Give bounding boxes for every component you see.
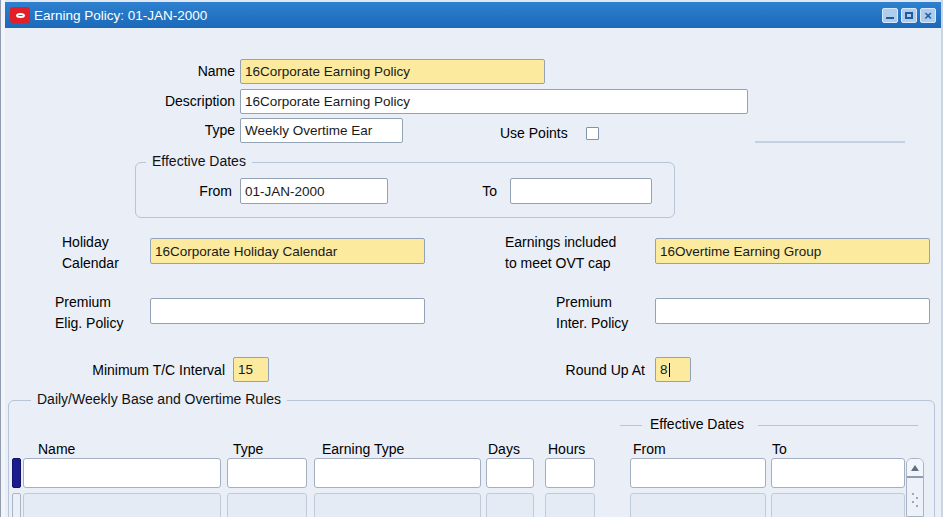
title-bar[interactable]: Earning Policy: 01-JAN-2000 × xyxy=(5,2,941,28)
disabled-field-underline xyxy=(755,141,905,143)
restore-button[interactable] xyxy=(901,8,917,23)
close-button[interactable]: × xyxy=(920,8,936,23)
holiday-calendar-label-line1: Holiday xyxy=(62,232,119,253)
to-date-field[interactable] xyxy=(510,178,652,204)
rule-row1-from-field[interactable] xyxy=(630,458,766,488)
col-header-type: Type xyxy=(233,441,263,458)
rules-group-title: Daily/Weekly Base and Overtime Rules xyxy=(31,391,287,407)
use-points-label: Use Points xyxy=(500,125,568,142)
effective-dates-rule-right xyxy=(758,425,918,426)
to-label: To xyxy=(455,183,497,200)
rule-row1-hours-field[interactable] xyxy=(545,458,595,488)
name-field[interactable] xyxy=(240,59,545,84)
record-selector-next[interactable] xyxy=(12,493,21,517)
rule-row1-to-field[interactable] xyxy=(771,458,905,488)
premium-inter-policy-field[interactable] xyxy=(655,298,930,324)
earnings-included-label-line1: Earnings included xyxy=(505,232,616,253)
premium-elig-label-line1: Premium xyxy=(55,292,123,313)
col-header-hours: Hours xyxy=(548,441,585,458)
from-date-field[interactable] xyxy=(240,178,388,204)
scroll-up-button[interactable] xyxy=(907,459,923,478)
description-label: Description xyxy=(100,93,235,110)
scrollbar-grip-dot xyxy=(916,497,918,499)
name-label: Name xyxy=(100,63,235,80)
effective-dates-group-title: Effective Dates xyxy=(146,153,252,169)
window-border-left xyxy=(0,0,5,517)
round-up-at-value: 8 xyxy=(660,362,668,377)
close-icon: × xyxy=(921,8,935,23)
min-tc-interval-label: Minimum T/C Interval xyxy=(60,362,225,379)
rule-row1-earning-type-field[interactable] xyxy=(314,458,481,488)
premium-inter-label-line2: Inter. Policy xyxy=(556,313,628,334)
rules-vertical-scrollbar[interactable] xyxy=(906,458,924,517)
holiday-calendar-field[interactable] xyxy=(150,238,425,264)
min-tc-interval-field[interactable] xyxy=(233,357,269,382)
rule-row2-to-field[interactable] xyxy=(771,493,905,517)
minimize-button[interactable] xyxy=(882,8,898,23)
minimize-icon xyxy=(886,17,894,19)
rule-row1-days-field[interactable] xyxy=(486,458,534,488)
earnings-included-field[interactable] xyxy=(655,238,930,264)
text-cursor xyxy=(669,363,670,377)
rule-row1-name-field[interactable] xyxy=(23,458,221,488)
holiday-calendar-label: Holiday Calendar xyxy=(62,232,119,274)
rule-row2-name-field[interactable] xyxy=(23,493,221,517)
scrollbar-grip-dot xyxy=(912,493,914,495)
rule-row2-days-field[interactable] xyxy=(486,493,534,517)
earning-policy-window: Earning Policy: 01-JAN-2000 × Name Descr… xyxy=(0,0,943,517)
rule-row1-type-field[interactable] xyxy=(227,458,307,488)
premium-elig-policy-field[interactable] xyxy=(150,298,425,324)
round-up-at-field[interactable]: 8 xyxy=(655,357,691,382)
scrollbar-grip-dot xyxy=(912,501,914,503)
effective-dates-rule-left xyxy=(620,425,642,426)
col-header-to: To xyxy=(772,441,787,458)
description-field[interactable] xyxy=(240,89,748,114)
holiday-calendar-label-line2: Calendar xyxy=(62,253,119,274)
col-header-from: From xyxy=(633,441,666,458)
type-label: Type xyxy=(100,122,235,139)
oracle-logo-icon xyxy=(10,7,30,23)
premium-inter-label-line1: Premium xyxy=(556,292,628,313)
rules-effective-dates-header: Effective Dates xyxy=(650,416,744,433)
earnings-included-label-line2: to meet OVT cap xyxy=(505,253,616,274)
col-header-days: Days xyxy=(488,441,520,458)
from-label: From xyxy=(150,183,232,200)
use-points-checkbox[interactable] xyxy=(586,127,599,140)
scrollbar-grip-dot xyxy=(916,505,918,507)
window-title: Earning Policy: 01-JAN-2000 xyxy=(34,8,207,23)
type-field[interactable] xyxy=(240,118,403,143)
window-controls: × xyxy=(882,8,936,23)
col-header-name: Name xyxy=(38,441,75,458)
earnings-included-label: Earnings included to meet OVT cap xyxy=(505,232,616,274)
record-selector-current[interactable] xyxy=(12,458,21,488)
premium-elig-label: Premium Elig. Policy xyxy=(55,292,123,334)
round-up-at-label: Round Up At xyxy=(545,362,645,379)
rule-row2-from-field[interactable] xyxy=(630,493,766,517)
rule-row2-type-field[interactable] xyxy=(227,493,307,517)
premium-elig-label-line2: Elig. Policy xyxy=(55,313,123,334)
scroll-up-arrow-icon xyxy=(911,465,919,471)
rule-row2-earning-type-field[interactable] xyxy=(314,493,481,517)
restore-icon xyxy=(905,12,913,19)
col-header-earning-type: Earning Type xyxy=(322,441,404,458)
rule-row2-hours-field[interactable] xyxy=(545,493,595,517)
premium-inter-label: Premium Inter. Policy xyxy=(556,292,628,334)
